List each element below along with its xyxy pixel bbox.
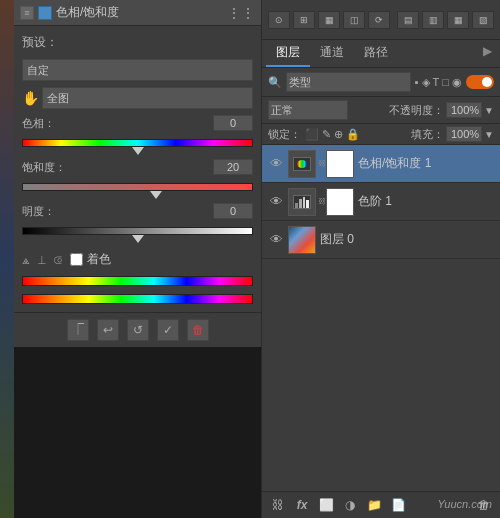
filter-smart-icon[interactable]: ◉ bbox=[452, 76, 462, 89]
hue-slider-row: 色相： bbox=[22, 115, 253, 153]
lock-move-btn[interactable]: ⊕ bbox=[334, 128, 343, 141]
filter-adjust-icon[interactable]: ◈ bbox=[422, 76, 430, 89]
colorize-checkbox[interactable] bbox=[70, 253, 83, 266]
top-icon-5[interactable]: ⟳ bbox=[368, 11, 390, 29]
bright-track[interactable] bbox=[22, 227, 253, 235]
bright-value[interactable] bbox=[213, 203, 253, 219]
layer-name-bg: 图层 0 bbox=[320, 231, 494, 248]
colorize-row: ⟁ ⟂ ⟃ 着色 bbox=[22, 251, 253, 268]
new-layer-btn[interactable]: 📄 bbox=[388, 496, 408, 514]
sat-thumb[interactable] bbox=[150, 191, 162, 199]
preset-row: 预设： bbox=[22, 34, 253, 51]
redo-btn[interactable]: ↺ bbox=[127, 319, 149, 341]
layer-name-levels: 色阶 1 bbox=[358, 193, 494, 210]
filter-type-select[interactable]: 类型 bbox=[286, 72, 411, 92]
filter-shape-icon[interactable]: □ bbox=[442, 76, 449, 88]
panel-visibility-btn[interactable] bbox=[38, 6, 52, 20]
tab-paths[interactable]: 路径 bbox=[354, 40, 398, 67]
image-strip bbox=[0, 0, 14, 518]
filter-type-icon[interactable]: T bbox=[433, 76, 440, 88]
sat-track[interactable] bbox=[22, 183, 253, 191]
link-layers-btn[interactable]: ⛓ bbox=[268, 496, 288, 514]
blend-mode-select[interactable]: 正常 bbox=[268, 100, 348, 120]
layer-vis-icon-1[interactable]: 👁 bbox=[268, 194, 284, 210]
top-right-icon-4[interactable]: ▧ bbox=[472, 11, 494, 29]
bottom-toolbar: ⎾ ↩ ↺ ✓ 🗑 bbox=[14, 312, 261, 347]
lock-all-btn[interactable]: 🔒 bbox=[346, 128, 360, 141]
layer-thumb-levels bbox=[288, 188, 316, 216]
filter-toggle[interactable] bbox=[466, 75, 494, 89]
add-mask-btn[interactable]: ⬜ bbox=[316, 496, 336, 514]
top-icon-1[interactable]: ⊙ bbox=[268, 11, 290, 29]
sat-value[interactable] bbox=[213, 159, 253, 175]
undo-btn[interactable]: ↩ bbox=[97, 319, 119, 341]
sat-label: 饱和度： bbox=[22, 160, 66, 175]
lock-position-btn[interactable]: ✎ bbox=[322, 128, 331, 141]
hue-slider-track-container[interactable] bbox=[22, 133, 253, 153]
panel-icon-btn[interactable]: ≡ bbox=[20, 6, 34, 20]
hue-thumb[interactable] bbox=[132, 147, 144, 155]
apply-btn[interactable]: ✓ bbox=[157, 319, 179, 341]
layer-item-bg[interactable]: 👁 图层 0 bbox=[262, 221, 500, 259]
lock-label: 锁定： bbox=[268, 127, 301, 142]
clip-btn[interactable]: ⎾ bbox=[67, 319, 89, 341]
top-icon-2[interactable]: ⊞ bbox=[293, 11, 315, 29]
opacity-arrow[interactable]: ▼ bbox=[484, 105, 494, 116]
tabs-row: 图层 通道 路径 ▶ bbox=[262, 40, 500, 68]
layer-thumb-hue-sat bbox=[288, 150, 316, 178]
properties-panel: ≡ 色相/饱和度 ⋮⋮ 预设： 自定 ✋ 全图 色相： bbox=[14, 0, 262, 518]
panel-menu-btn[interactable]: ⋮⋮ bbox=[227, 5, 255, 21]
layer-mask-hue-sat bbox=[326, 150, 354, 178]
panel-title: 色相/饱和度 bbox=[56, 4, 223, 21]
canvas-preview bbox=[14, 347, 261, 518]
sat-label-row: 饱和度： bbox=[22, 159, 253, 175]
top-icons-row: ⊙ ⊞ ▦ ◫ ⟳ ▤ ▥ ▦ ▧ bbox=[262, 0, 500, 40]
fill-row: 填充： ▼ bbox=[411, 126, 494, 142]
bright-label: 明度： bbox=[22, 204, 55, 219]
top-icon-3[interactable]: ▦ bbox=[318, 11, 340, 29]
group-btn[interactable]: 📁 bbox=[364, 496, 384, 514]
channel-select[interactable]: 全图 bbox=[42, 87, 253, 109]
layer-vis-icon-0[interactable]: 👁 bbox=[268, 156, 284, 172]
tab-channels[interactable]: 通道 bbox=[310, 40, 354, 67]
lock-pixels-btn[interactable]: ⬛ bbox=[305, 128, 319, 141]
layer-vis-icon-2[interactable]: 👁 bbox=[268, 232, 284, 248]
eyedropper-remove-icon[interactable]: ⟃ bbox=[54, 252, 62, 267]
properties-content: 预设： 自定 ✋ 全图 色相： bbox=[14, 26, 261, 312]
fill-value[interactable] bbox=[446, 126, 482, 142]
colorize-checkbox-label[interactable]: 着色 bbox=[70, 251, 111, 268]
eyedropper-icon[interactable]: ⟁ bbox=[22, 252, 30, 267]
fill-arrow[interactable]: ▼ bbox=[484, 129, 494, 140]
preset-select[interactable]: 自定 bbox=[22, 59, 253, 81]
top-right-icon-2[interactable]: ▥ bbox=[422, 11, 444, 29]
hue-label-row: 色相： bbox=[22, 115, 253, 131]
top-right-icon-1[interactable]: ▤ bbox=[397, 11, 419, 29]
delete-btn[interactable]: 🗑 bbox=[187, 319, 209, 341]
rainbow-bar bbox=[22, 276, 253, 286]
top-icon-4[interactable]: ◫ bbox=[343, 11, 365, 29]
layer-item-levels[interactable]: 👁 ⛓ 色阶 1 bbox=[262, 183, 500, 221]
lock-row: 锁定： ⬛ ✎ ⊕ 🔒 填充： ▼ bbox=[262, 124, 500, 145]
opacity-label: 不透明度： bbox=[389, 103, 444, 118]
opacity-value[interactable] bbox=[446, 102, 482, 118]
tab-layers[interactable]: 图层 bbox=[266, 40, 310, 67]
hue-track[interactable] bbox=[22, 139, 253, 147]
top-right-icon-3[interactable]: ▦ bbox=[447, 11, 469, 29]
bright-thumb[interactable] bbox=[132, 235, 144, 243]
eyedropper-add-icon[interactable]: ⟂ bbox=[38, 252, 46, 267]
filter-pixel-icon[interactable]: ▪ bbox=[415, 76, 419, 88]
tab-menu-arrow[interactable]: ▶ bbox=[479, 40, 496, 67]
bright-slider-row: 明度： bbox=[22, 203, 253, 241]
sat-slider-row: 饱和度： bbox=[22, 159, 253, 197]
bright-slider-track-container[interactable] bbox=[22, 221, 253, 241]
layer-link-0: ⛓ bbox=[318, 157, 324, 171]
fx-btn[interactable]: fx bbox=[292, 496, 312, 514]
layer-thumbs-1: ⛓ bbox=[288, 188, 354, 216]
adjustment-btn[interactable]: ◑ bbox=[340, 496, 360, 514]
watermark: Yuucn.com bbox=[437, 498, 492, 510]
sat-slider-track-container[interactable] bbox=[22, 177, 253, 197]
hue-value[interactable] bbox=[213, 115, 253, 131]
layer-thumb-bg bbox=[288, 226, 316, 254]
layer-item-hue-sat[interactable]: 👁 ⛓ 色相/饱和度 1 bbox=[262, 145, 500, 183]
hand-icon[interactable]: ✋ bbox=[22, 90, 38, 106]
